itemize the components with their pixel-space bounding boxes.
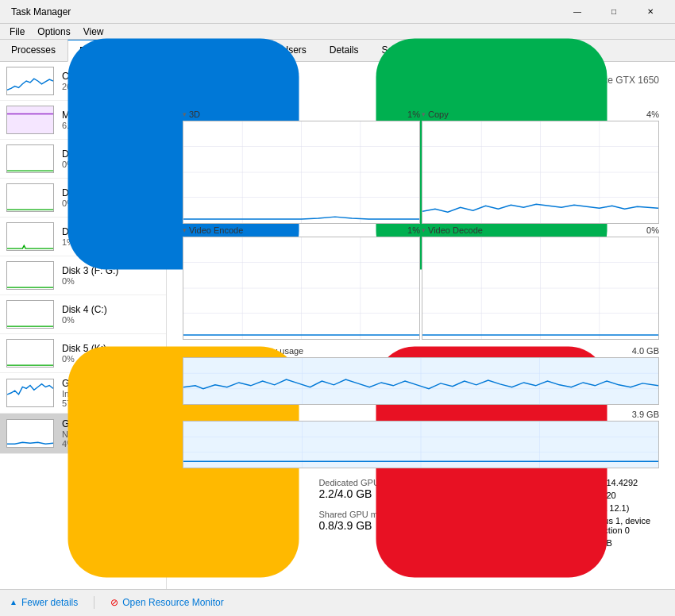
- chart-copy-pct: 4%: [646, 110, 659, 119]
- disk1-mini-graph: [6, 183, 54, 212]
- shared-memory-chart-box: [183, 421, 659, 468]
- chart-3d: ▾ 3D 1%: [183, 110, 420, 224]
- cpu-mini-graph: [6, 67, 54, 95]
- chart-3d-label: ▾ 3D: [183, 110, 200, 119]
- chart-copy: ▾ Copy 4%: [422, 110, 659, 224]
- disk5-mini-graph: [6, 339, 54, 368]
- chart-3d-box: [183, 121, 420, 224]
- title-bar: Task Manager — □ ✕: [0, 0, 675, 24]
- disk0-mini-graph: [6, 144, 54, 173]
- chart-video-encode-label: ▾ Video Encode: [183, 225, 243, 235]
- disk4-mini-graph: [6, 300, 54, 329]
- chart-video-encode-box: [183, 237, 420, 340]
- memory-mini-graph: [6, 106, 54, 134]
- chart-video-decode-label: ▾ Video Decode: [422, 225, 483, 235]
- dedicated-memory-chart-box: [183, 357, 659, 405]
- gpu1-mini-graph: [6, 419, 54, 448]
- disk2-mini-graph: [6, 222, 54, 251]
- chart-video-decode-pct: 0%: [646, 225, 659, 235]
- chart-video-decode-box: [422, 237, 659, 340]
- chart-video-decode-label-row: ▾ Video Decode 0%: [422, 225, 659, 235]
- chart-copy-label: ▾ Copy: [422, 110, 449, 119]
- chevron-icon-3d: ▾: [183, 110, 187, 118]
- disk3-mini-graph: [6, 261, 54, 290]
- gpu0-mini-graph: [6, 379, 54, 407]
- chart-video-encode-pct: 1%: [407, 225, 420, 235]
- chart-3d-label-row: ▾ 3D 1%: [183, 110, 420, 119]
- chart-copy-box: [422, 121, 659, 224]
- chart-video-decode: ▾ Video Decode 0%: [422, 225, 659, 340]
- chart-video-encode: ▾ Video Encode 1%: [183, 225, 420, 340]
- chart-video-encode-label-row: ▾ Video Encode 1%: [183, 225, 420, 235]
- chart-3d-pct: 1%: [407, 110, 420, 119]
- chevron-icon-copy: ▾: [422, 110, 426, 118]
- chevron-icon-video-decode: ▾: [422, 226, 426, 234]
- chevron-icon-video-encode: ▾: [183, 226, 187, 234]
- chart-copy-label-row: ▾ Copy 4%: [422, 110, 659, 119]
